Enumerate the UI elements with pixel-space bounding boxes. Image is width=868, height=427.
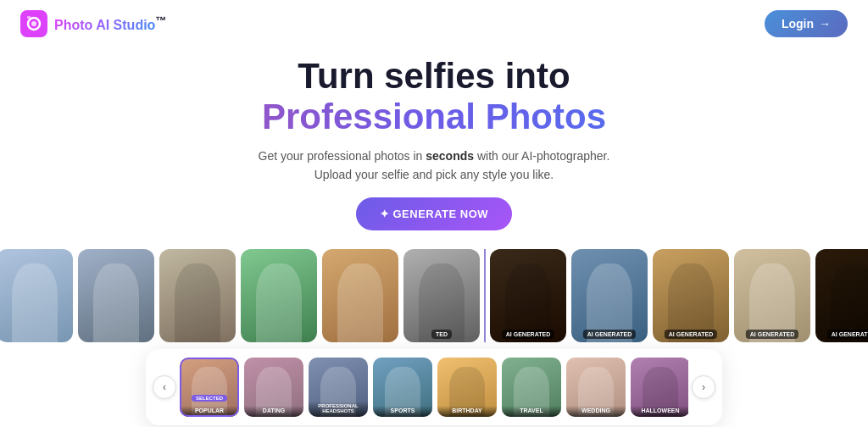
- photo-card: TED: [403, 249, 480, 342]
- photo-card-ai: AI GENERATED: [653, 249, 729, 342]
- hero-section: Turn selfies into Professional Photos Ge…: [0, 47, 868, 242]
- photo-card-ai: AI GENERATED: [734, 249, 810, 342]
- photo-card: [322, 249, 398, 342]
- category-label: Birthday: [437, 406, 497, 417]
- logo: Photo AI Studio™: [20, 10, 167, 37]
- photo-card: [0, 249, 73, 342]
- category-next-button[interactable]: ›: [692, 375, 715, 399]
- selected-badge: Selected: [192, 395, 227, 402]
- ai-generated-label: AI GENERATED: [665, 330, 717, 339]
- category-label: Sports: [373, 406, 432, 417]
- category-item-wedding[interactable]: Wedding: [566, 358, 626, 417]
- photo-card: [159, 249, 236, 342]
- generate-now-button[interactable]: ✦ GENERATE NOW: [356, 197, 512, 230]
- svg-point-2: [31, 21, 36, 26]
- category-section: ‹ Popular Selected Dating Professional H…: [146, 349, 722, 425]
- logo-icon: [20, 10, 47, 37]
- category-prev-button[interactable]: ‹: [153, 375, 176, 399]
- category-label: Halloween: [631, 406, 688, 417]
- category-label: Travel: [502, 406, 561, 417]
- photo-card-ai: AI GENERATED: [815, 249, 868, 342]
- header: Photo AI Studio™ Login →: [0, 0, 868, 47]
- photo-strip: TED AI GENERATED AI GENERATED AI GENERAT…: [0, 249, 868, 342]
- category-label: Professional Headshots: [309, 402, 368, 417]
- hero-title-line2: Professional Photos: [0, 97, 868, 137]
- category-item-birthday[interactable]: Birthday: [437, 358, 497, 417]
- category-items: Popular Selected Dating Professional Hea…: [180, 358, 688, 417]
- login-button[interactable]: Login →: [765, 10, 848, 37]
- photo-card: [241, 249, 317, 342]
- ai-generated-label: AI GENERATED: [827, 330, 868, 339]
- category-item-headshots[interactable]: Professional Headshots: [309, 358, 368, 417]
- hero-subtitle: Get your professional photos in seconds …: [0, 147, 868, 185]
- photo-label: TED: [431, 330, 452, 339]
- ai-generated-label: AI GENERATED: [502, 330, 554, 339]
- category-item-dating[interactable]: Dating: [244, 358, 303, 417]
- category-item-halloween[interactable]: Halloween: [631, 358, 688, 417]
- category-item-travel[interactable]: Travel: [502, 358, 561, 417]
- photo-card-ai: AI GENERATED: [490, 249, 566, 342]
- category-label: Dating: [244, 406, 303, 417]
- ai-generated-label: AI GENERATED: [583, 330, 636, 339]
- svg-rect-3: [27, 16, 31, 19]
- category-label: Wedding: [566, 406, 626, 417]
- category-item-popular[interactable]: Popular Selected: [180, 358, 239, 417]
- ai-generated-label: AI GENERATED: [746, 330, 798, 339]
- hero-title-line1: Turn selfies into: [0, 56, 868, 97]
- photo-card: [78, 249, 154, 342]
- photo-card-ai: AI GENERATED: [571, 249, 648, 342]
- category-item-sports[interactable]: Sports: [373, 358, 432, 417]
- category-label: Popular: [180, 406, 239, 417]
- logo-text: Photo AI Studio™: [54, 14, 167, 33]
- photo-strip-wrapper: TED AI GENERATED AI GENERATED AI GENERAT…: [0, 242, 868, 342]
